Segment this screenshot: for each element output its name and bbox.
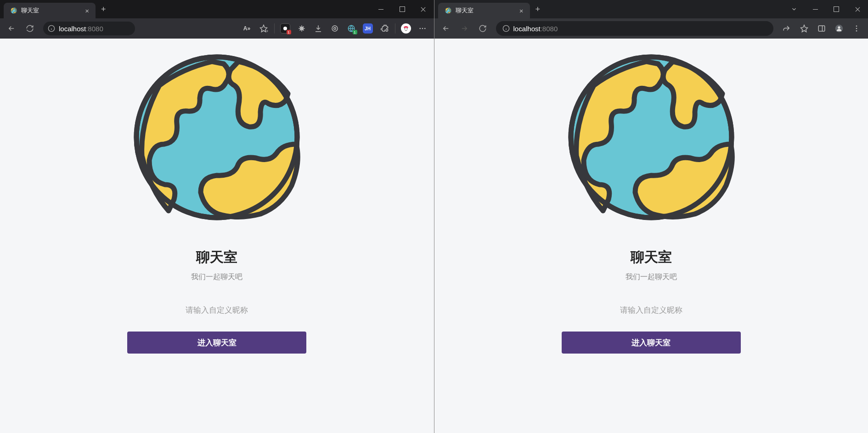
window-close-button[interactable] <box>413 0 434 18</box>
nickname-input[interactable] <box>127 301 306 320</box>
svg-point-10 <box>406 28 407 29</box>
browser-tab[interactable]: 聊天室 × <box>438 3 530 18</box>
page-content: 聊天室 我们一起聊天吧 进入聊天室 <box>434 39 868 433</box>
svg-point-12 <box>422 28 423 29</box>
globe-favicon-icon <box>10 7 17 14</box>
chrome-titlebar: 聊天室 × + <box>434 0 868 18</box>
nav-back-button[interactable] <box>4 21 19 36</box>
browser-tab[interactable]: 聊天室 × <box>4 3 96 18</box>
nav-forward-button[interactable] <box>457 21 472 36</box>
side-panel-icon[interactable] <box>814 21 829 36</box>
profile-avatar-icon[interactable] <box>831 21 847 36</box>
globe-illustration-icon <box>132 52 302 222</box>
svg-point-20 <box>856 30 857 32</box>
svg-point-5 <box>332 26 338 31</box>
site-info-icon[interactable] <box>502 25 510 32</box>
page-title: 聊天室 <box>631 248 672 267</box>
chrome-window: 聊天室 × + localhost:8080 <box>434 0 868 433</box>
page-subtitle: 我们一起聊天吧 <box>191 272 242 282</box>
svg-point-11 <box>419 28 421 29</box>
tab-title: 聊天室 <box>456 6 516 15</box>
svg-point-19 <box>856 28 857 29</box>
bookmark-star-icon[interactable] <box>796 21 812 36</box>
svg-point-13 <box>424 28 425 29</box>
svg-point-18 <box>856 25 857 27</box>
enter-chatroom-button[interactable]: 进入聊天室 <box>562 332 741 354</box>
svg-point-17 <box>838 26 840 28</box>
profile-avatar-icon[interactable] <box>398 21 414 36</box>
globe-illustration-icon <box>566 52 736 222</box>
read-aloud-icon[interactable]: A» <box>239 21 255 36</box>
address-url: localhost:8080 <box>513 25 558 33</box>
extension-globe-green-icon[interactable]: 1 <box>344 21 359 36</box>
new-tab-button[interactable]: + <box>530 5 546 14</box>
page-title: 聊天室 <box>196 248 237 267</box>
tab-search-icon[interactable] <box>783 0 805 18</box>
svg-point-8 <box>402 24 410 33</box>
address-bar[interactable]: localhost:8080 <box>43 22 135 35</box>
extension-target-icon[interactable] <box>327 21 343 36</box>
more-menu-icon[interactable] <box>415 21 430 36</box>
site-info-icon[interactable] <box>48 25 55 32</box>
window-minimize-button[interactable] <box>805 0 826 18</box>
nav-refresh-button[interactable] <box>475 21 490 36</box>
edge-window: 聊天室 × + localhost:8080 A» <box>0 0 434 433</box>
window-controls <box>783 0 868 18</box>
close-tab-icon[interactable]: × <box>85 7 89 15</box>
extension-recorder-icon[interactable]: 1 <box>277 21 293 36</box>
downloads-icon[interactable] <box>310 21 326 36</box>
window-controls <box>371 0 434 18</box>
window-close-button[interactable] <box>847 0 868 18</box>
new-tab-button[interactable]: + <box>96 5 112 14</box>
more-menu-icon[interactable] <box>849 21 864 36</box>
page-subtitle: 我们一起聊天吧 <box>626 272 677 282</box>
window-maximize-button[interactable] <box>826 0 847 18</box>
svg-point-6 <box>333 28 336 30</box>
address-bar[interactable]: localhost:8080 <box>496 21 774 36</box>
login-card: 聊天室 我们一起聊天吧 进入聊天室 <box>557 48 745 433</box>
address-url: localhost:8080 <box>59 25 103 33</box>
tab-title: 聊天室 <box>21 6 81 15</box>
share-icon[interactable] <box>779 21 795 36</box>
toolbar-divider <box>274 23 275 34</box>
nav-back-button[interactable] <box>438 21 454 36</box>
globe-favicon-icon <box>445 7 452 14</box>
edge-titlebar: 聊天室 × + <box>0 0 434 18</box>
favorites-star-icon[interactable]: + <box>256 21 271 36</box>
nickname-input[interactable] <box>562 301 741 320</box>
extension-jh-icon[interactable]: JH <box>360 21 376 36</box>
enter-chatroom-button[interactable]: 进入聊天室 <box>127 332 306 354</box>
svg-rect-15 <box>818 26 825 31</box>
window-minimize-button[interactable] <box>371 0 392 18</box>
extensions-puzzle-icon[interactable] <box>377 21 392 36</box>
chrome-toolbar: localhost:8080 <box>434 18 868 39</box>
extension-bug-icon[interactable] <box>294 21 310 36</box>
svg-point-9 <box>404 28 405 29</box>
login-card: 聊天室 我们一起聊天吧 进入聊天室 <box>123 48 311 433</box>
close-tab-icon[interactable]: × <box>519 7 524 15</box>
page-content: 聊天室 我们一起聊天吧 进入聊天室 <box>0 39 434 433</box>
window-maximize-button[interactable] <box>392 0 413 18</box>
edge-toolbar: localhost:8080 A» + 1 <box>0 18 434 39</box>
nav-refresh-button[interactable] <box>22 21 38 36</box>
toolbar-divider <box>395 23 395 34</box>
